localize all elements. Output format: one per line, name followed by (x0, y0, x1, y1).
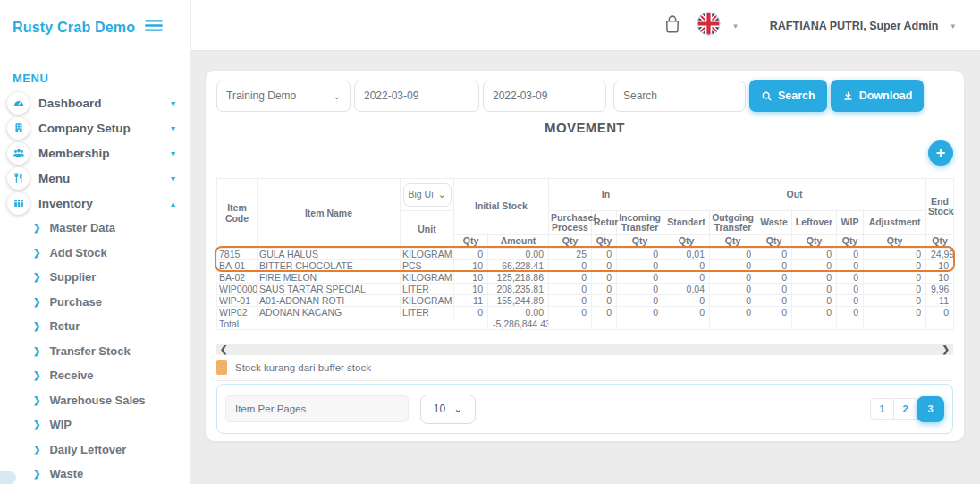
sidebar-subitem-supplier[interactable]: ❯Supplier (0, 265, 190, 290)
language-flag-icon[interactable] (697, 12, 721, 39)
sidebar-subitem-label: WIP (49, 418, 72, 431)
col-qty: Qty (864, 235, 926, 249)
table-cell: BITTER CHOCOLATE (258, 260, 401, 272)
total-amount: -5,286,844.43 (488, 318, 549, 330)
search-button[interactable]: Search (749, 80, 827, 112)
chevron-right-icon: ❯ (33, 223, 40, 233)
chevron-right-icon: ❯ (33, 272, 40, 282)
date-from-input[interactable] (354, 81, 479, 112)
table-cell: 208,235.81 (488, 284, 549, 295)
sidebar-subitem-purchase[interactable]: ❯Purchase (0, 290, 190, 315)
legend: Stock kurang dari buffer stock (216, 360, 953, 381)
col-qty: Qty (663, 235, 710, 249)
table-cell: 10 (454, 272, 488, 284)
table-cell: 0 (792, 284, 837, 295)
hamburger-menu-icon[interactable] (145, 19, 163, 36)
sidebar-subitem-label: Waste (49, 467, 83, 480)
table-cell: 0 (549, 272, 592, 284)
sidebar-subitem-wip[interactable]: ❯WIP (0, 412, 190, 437)
page-button-2[interactable]: 2 (893, 398, 917, 420)
page-button-1[interactable]: 1 (870, 398, 894, 420)
sidebar-subitem-warehouse-sales[interactable]: ❯Warehouse Sales (0, 388, 190, 413)
col-standart: Standart (663, 211, 710, 235)
sidebar-item-membership[interactable]: Membership▾ (0, 140, 190, 166)
table-cell: 0 (864, 249, 926, 260)
sidebar-subitem-transfer-stock[interactable]: ❯Transfer Stock (0, 339, 190, 364)
brand-logo[interactable]: Rusty Crab Demo (13, 20, 135, 36)
table-row: 7815GULA HALUSKILOGRAM00.0025000,0100000… (217, 249, 954, 260)
shopping-bag-icon[interactable] (661, 13, 684, 39)
table-cell: KILOGRAM (401, 249, 454, 260)
search-input[interactable] (613, 81, 746, 112)
table-row: BA-02FIRE MELONKILOGRAM10125,218.8600000… (217, 272, 954, 284)
user-chevron-down-icon[interactable]: ▾ (950, 21, 955, 30)
sidebar-subitem-add-stock[interactable]: ❯Add Stock (0, 241, 190, 266)
chevron-down-icon: ⌄ (438, 190, 446, 200)
col-leftover: Leftover (792, 211, 837, 235)
table-cell: KILOGRAM (401, 295, 454, 307)
table-cell: 11 (926, 295, 954, 307)
table-cell (926, 318, 954, 330)
col-qty: Qty (592, 235, 617, 249)
dashboard-icon (7, 92, 30, 115)
chevron-right-icon: ❯ (33, 445, 40, 454)
table-cell: WIP-01 (217, 295, 258, 307)
table-cell: 0 (663, 260, 710, 272)
table-cell: 0 (454, 307, 488, 318)
table-cell: 0 (792, 307, 837, 318)
outlet-select[interactable]: Training Demo⌄ (216, 81, 351, 112)
unit-filter-cell: Big Ui⌄ (401, 179, 454, 211)
col-group-out: Out (663, 179, 926, 211)
table-cell: KILOGRAM (401, 272, 454, 284)
chevron-right-icon: ❯ (33, 420, 40, 429)
sidebar-item-dashboard[interactable]: Dashboard▾ (0, 90, 190, 115)
sidebar-subitem-label: Purchase (49, 295, 102, 309)
col-qty: Qty (926, 235, 954, 249)
sidebar-subitem-waste[interactable]: ❯Waste (0, 462, 190, 484)
page-button-3[interactable]: 3 (917, 396, 944, 422)
table-cell (792, 318, 837, 330)
sidebar-subitem-label: Retur (49, 319, 80, 333)
sidebar-subitem-label: Supplier (49, 270, 96, 284)
sidebar-subitem-retur[interactable]: ❯Retur (0, 314, 190, 339)
chevron-right-icon: ❯ (33, 248, 40, 258)
sidebar-subitem-master-data[interactable]: ❯Master Data (0, 216, 190, 241)
date-to-input[interactable] (483, 81, 606, 112)
col-outgoing-transfer: Outgoing Transfer (710, 211, 756, 235)
table-cell: 0 (549, 307, 592, 318)
table-cell: 0 (592, 272, 617, 284)
horizontal-scrollbar[interactable]: ❮ ❯ (216, 344, 953, 355)
table-cell (837, 318, 864, 330)
table-cell: LITER (401, 307, 454, 318)
table-cell: 0 (617, 307, 663, 318)
user-menu[interactable]: RAFTIANA PUTRI, Super Admin (770, 20, 939, 32)
table-cell (864, 318, 926, 330)
sidebar-subitem-label: Transfer Stock (49, 344, 130, 358)
sidebar-item-company-setup[interactable]: Company Setup▾ (0, 115, 190, 140)
table-cell (617, 318, 663, 330)
pager: 123 (871, 396, 944, 422)
col-incoming-transfer: Incoming Transfer (617, 211, 663, 235)
table-cell: 10 (926, 260, 954, 272)
download-button[interactable]: Download (831, 80, 925, 112)
scroll-right-icon[interactable]: ❯ (942, 344, 950, 354)
table-cell: 0 (792, 249, 837, 260)
page-title: MOVEMENT (216, 120, 953, 135)
sidebar-item-label: Inventory (38, 197, 93, 210)
sidebar-item-inventory[interactable]: Inventory▴ (0, 191, 190, 216)
items-per-page-select[interactable]: 10 ⌄ (420, 395, 476, 424)
language-chevron-down-icon[interactable]: ▾ (733, 21, 738, 30)
sidebar: Rusty Crab Demo MENU Dashboard▾Company S… (0, 0, 190, 484)
sidebar-item-menu[interactable]: Menu▾ (0, 166, 190, 191)
add-button[interactable]: + (928, 140, 953, 166)
sidebar-subitem-receive[interactable]: ❯Receive (0, 363, 190, 388)
scroll-left-icon[interactable]: ❮ (220, 344, 227, 354)
unit-filter-select[interactable]: Big Ui⌄ (403, 183, 452, 207)
sidebar-subitem-daily-leftover[interactable]: ❯Daily Leftover (0, 437, 190, 463)
movement-panel: Training Demo⌄ Search Download MOVEMENT … (206, 71, 964, 441)
table-cell: 0 (617, 260, 663, 272)
table-cell: 25 (549, 249, 592, 260)
table-cell: 0 (837, 272, 864, 284)
sidebar-item-label: Dashboard (38, 97, 102, 110)
table-cell: 0 (756, 260, 792, 272)
